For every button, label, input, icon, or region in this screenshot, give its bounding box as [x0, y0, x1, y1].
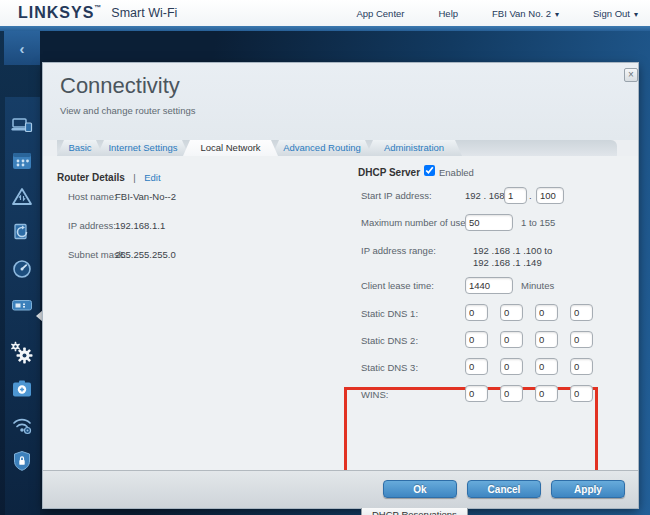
ip-address-label: IP address:	[68, 220, 116, 231]
router-details-header: Router Details | Edit	[57, 167, 161, 185]
app-center-link[interactable]: App Center	[356, 8, 404, 19]
gauge-icon	[10, 257, 34, 281]
help-link[interactable]: Help	[438, 8, 458, 19]
tab-administration[interactable]: Administration	[366, 140, 462, 156]
lease-time-input[interactable]	[465, 277, 513, 294]
max-users-hint: 1 to 155	[521, 217, 555, 228]
ip-range-line2: 192 .168 .1 .149	[473, 257, 542, 268]
start-ip-dot: .	[529, 190, 532, 201]
dns1-octet3-input[interactable]	[535, 304, 558, 321]
wins-octet2-input[interactable]	[500, 385, 523, 402]
speed-test-icon	[10, 221, 34, 245]
start-ip-label: Start IP address:	[361, 190, 432, 201]
sidebar-item-media-prioritization[interactable]	[4, 179, 40, 215]
tab-advanced-routing[interactable]: Advanced Routing	[272, 140, 372, 156]
sidebar-item-troubleshooting[interactable]	[4, 371, 40, 407]
media-prioritization-icon	[10, 185, 34, 209]
apply-button[interactable]: Apply	[551, 480, 625, 498]
product-name: Smart Wi-Fi	[111, 6, 177, 20]
usb-storage-icon	[10, 293, 34, 317]
ip-range-line1: 192 .168 .1 .100 to	[473, 245, 552, 256]
back-chevron-icon: ‹	[20, 40, 25, 57]
subnet-mask-value: 255.255.255.0	[115, 249, 176, 260]
linksys-logo: LINKSYS™	[18, 4, 102, 22]
chevron-down-icon: ▾	[555, 10, 559, 19]
sidebar: ‹	[0, 31, 40, 515]
header-accent-strip	[0, 26, 650, 31]
tab-basic[interactable]: Basic	[57, 140, 103, 156]
top-nav: App Center Help FBI Van No. 2▾ Sign Out▾	[356, 0, 638, 26]
wins-label: WINS:	[361, 389, 388, 400]
static-dns3-label: Static DNS 3:	[361, 362, 418, 373]
dns1-octet4-input[interactable]	[570, 304, 593, 321]
tab-strip: Basic Internet Settings Local Network Ad…	[57, 140, 617, 156]
wins-octet4-input[interactable]	[570, 385, 593, 402]
dns1-octet2-input[interactable]	[500, 304, 523, 321]
dns2-octet4-input[interactable]	[570, 331, 593, 348]
dns3-octet1-input[interactable]	[465, 358, 488, 375]
cancel-button[interactable]: Cancel	[467, 480, 541, 498]
dns3-octet4-input[interactable]	[570, 358, 593, 375]
host-name-label: Host name:	[68, 191, 117, 202]
dns2-octet1-input[interactable]	[465, 331, 488, 348]
static-dns2-label: Static DNS 2:	[361, 335, 418, 346]
sidebar-item-devices[interactable]	[4, 107, 40, 143]
start-ip-octet3-input[interactable]	[504, 187, 527, 204]
active-item-pointer	[36, 310, 43, 322]
devices-icon	[10, 113, 34, 137]
dhcp-enabled-label: Enabled	[439, 167, 474, 178]
tab-content: Router Details | Edit Host name: FBI-Van…	[43, 156, 638, 470]
tab-internet-settings[interactable]: Internet Settings	[97, 140, 189, 156]
ip-range-label: IP address range:	[361, 245, 436, 256]
lease-time-unit: Minutes	[521, 280, 554, 291]
page-title: Connectivity	[60, 73, 180, 99]
page-subtitle: View and change router settings	[60, 105, 196, 116]
dhcp-enabled-checkbox[interactable]	[424, 165, 435, 176]
max-users-label: Maximum number of users:	[361, 217, 476, 228]
sidebar-item-usb-storage[interactable]	[4, 287, 40, 323]
top-bar: LINKSYS™ Smart Wi-Fi App Center Help FBI…	[0, 0, 650, 26]
dns2-octet2-input[interactable]	[500, 331, 523, 348]
panel-header: Connectivity View and change router sett…	[43, 63, 638, 140]
sidebar-item-security[interactable]	[4, 443, 40, 479]
wireless-settings-icon	[10, 413, 34, 437]
max-users-input[interactable]	[465, 214, 513, 231]
dns3-octet3-input[interactable]	[535, 358, 558, 375]
host-name-value: FBI-Van-No--2	[115, 191, 176, 202]
connectivity-gears-icon	[9, 340, 35, 366]
edit-link[interactable]: Edit	[144, 172, 160, 183]
sidebar-item-speed-test[interactable]	[4, 215, 40, 251]
ip-address-value: 192.168.1.1	[115, 220, 165, 231]
wins-octet3-input[interactable]	[535, 385, 558, 402]
sidebar-item-connectivity[interactable]	[4, 335, 40, 371]
security-shield-icon	[10, 449, 34, 473]
tab-local-network[interactable]: Local Network	[183, 140, 278, 156]
back-button[interactable]: ‹	[4, 31, 40, 65]
ok-button[interactable]: Ok	[383, 480, 457, 498]
sidebar-item-wireless[interactable]	[4, 407, 40, 443]
connectivity-panel: Connectivity View and change router sett…	[43, 63, 638, 508]
trademark: ™	[94, 4, 102, 11]
router-details-title: Router Details	[57, 172, 125, 183]
dns2-octet3-input[interactable]	[535, 331, 558, 348]
sign-out-menu[interactable]: Sign Out▾	[593, 8, 638, 19]
parental-controls-icon	[10, 149, 34, 173]
sidebar-item-gauge[interactable]	[4, 251, 40, 287]
wins-octet1-input[interactable]	[465, 385, 488, 402]
dns1-octet1-input[interactable]	[465, 304, 488, 321]
start-ip-octet4-input[interactable]	[536, 187, 564, 204]
chevron-down-icon: ▾	[634, 10, 638, 19]
close-icon[interactable]: ×	[624, 68, 638, 82]
panel-footer: Ok Cancel Apply	[43, 470, 638, 508]
divider: |	[133, 172, 135, 183]
static-dns1-label: Static DNS 1:	[361, 308, 418, 319]
troubleshooting-icon	[10, 377, 34, 401]
dhcp-server-title: DHCP Server	[358, 167, 420, 178]
sidebar-item-parental-controls[interactable]	[4, 143, 40, 179]
dns3-octet2-input[interactable]	[500, 358, 523, 375]
account-menu[interactable]: FBI Van No. 2▾	[492, 8, 559, 19]
lease-time-label: Client lease time:	[361, 280, 434, 291]
